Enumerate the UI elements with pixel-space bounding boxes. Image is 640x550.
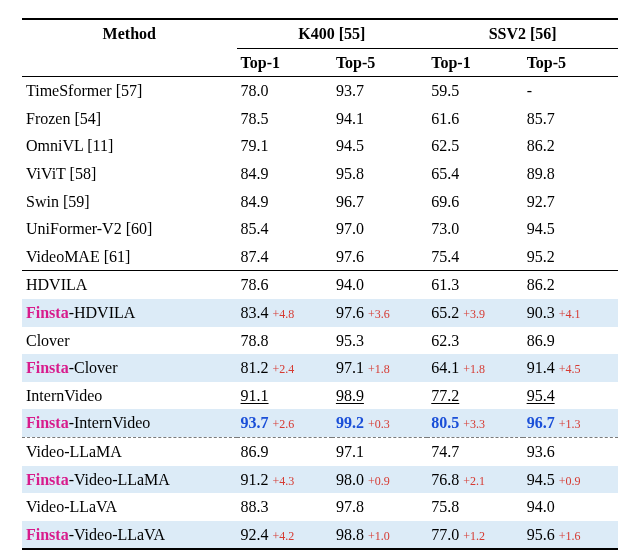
method-cell: Finsta-Video-LLaVA	[22, 521, 237, 550]
value-cell: 97.6	[332, 243, 427, 271]
value: 97.1	[336, 443, 364, 460]
finsta-label: Finsta	[26, 414, 69, 431]
value-cell: 85.4	[237, 215, 332, 243]
value: 62.5	[431, 137, 459, 154]
method-cell: Finsta-HDVILA	[22, 299, 237, 327]
value-cell: 93.6	[523, 437, 618, 465]
value: 95.8	[336, 165, 364, 182]
value-cell: 94.1	[332, 105, 427, 133]
delta: +2.1	[459, 474, 485, 488]
value: 85.4	[241, 220, 269, 237]
method-cell: Frozen [54]	[22, 105, 237, 133]
value-cell: 90.3+4.1	[523, 299, 618, 327]
value-cell: 91.4+4.5	[523, 354, 618, 382]
value: 92.4	[241, 526, 269, 543]
value-cell: 89.8	[523, 160, 618, 188]
value: 59.5	[431, 82, 459, 99]
value-cell: 95.6+1.6	[523, 521, 618, 550]
finsta-label: Finsta	[26, 359, 69, 376]
method-cell: TimeSformer [57]	[22, 77, 237, 105]
value: 93.7	[241, 414, 269, 431]
table-row: Swin [59]84.996.769.692.7	[22, 188, 618, 216]
table-row: UniFormer-V2 [60]85.497.073.094.5	[22, 215, 618, 243]
value: 84.9	[241, 193, 269, 210]
value-cell: 73.0	[427, 215, 522, 243]
value: 78.8	[241, 332, 269, 349]
value-cell: 86.2	[523, 132, 618, 160]
value-cell: 93.7+2.6	[237, 409, 332, 437]
value: 86.9	[241, 443, 269, 460]
value-cell: 88.3	[237, 493, 332, 521]
value: 78.0	[241, 82, 269, 99]
value-cell: 91.2+4.3	[237, 466, 332, 494]
value-cell: 78.8	[237, 327, 332, 355]
value-cell: 77.0+1.2	[427, 521, 522, 550]
value-cell: 86.9	[237, 437, 332, 465]
method-cell: Swin [59]	[22, 188, 237, 216]
delta: +3.6	[364, 307, 390, 321]
delta: +3.3	[459, 417, 485, 431]
method-cell: InternVideo	[22, 382, 237, 410]
value-cell: 94.0	[523, 493, 618, 521]
delta: +0.9	[555, 474, 581, 488]
value-cell: 95.8	[332, 160, 427, 188]
value-cell: 95.3	[332, 327, 427, 355]
delta: +1.6	[555, 529, 581, 543]
value: 87.4	[241, 248, 269, 265]
value: 91.1	[241, 387, 269, 404]
value-cell: 65.2+3.9	[427, 299, 522, 327]
value-cell: 97.8	[332, 493, 427, 521]
value: 94.1	[336, 110, 364, 127]
value-cell: 62.3	[427, 327, 522, 355]
value: -	[527, 82, 532, 99]
value: 75.4	[431, 248, 459, 265]
value: 94.0	[336, 276, 364, 293]
value-cell: 96.7+1.3	[523, 409, 618, 437]
delta: +1.3	[555, 417, 581, 431]
method-cell: Finsta-Clover	[22, 354, 237, 382]
value-cell: 93.7	[332, 77, 427, 105]
table-row: InternVideo91.198.977.295.4	[22, 382, 618, 410]
value-cell: 98.8+1.0	[332, 521, 427, 550]
table-row: Video-LLaMA86.997.174.793.6	[22, 437, 618, 465]
value-cell: 75.8	[427, 493, 522, 521]
value: 93.6	[527, 443, 555, 460]
table-row: TimeSformer [57]78.093.759.5-	[22, 77, 618, 105]
delta: +0.3	[364, 417, 390, 431]
value: 77.2	[431, 387, 459, 404]
value: 95.2	[527, 248, 555, 265]
value-cell: 77.2	[427, 382, 522, 410]
value: 99.2	[336, 414, 364, 431]
method-cell: Finsta-InternVideo	[22, 409, 237, 437]
value-cell: 79.1	[237, 132, 332, 160]
method-cell: OmniVL [11]	[22, 132, 237, 160]
value: 79.1	[241, 137, 269, 154]
value: 96.7	[527, 414, 555, 431]
table-row: VideoMAE [61]87.497.675.495.2	[22, 243, 618, 271]
delta: +3.9	[459, 307, 485, 321]
finsta-label: Finsta	[26, 471, 69, 488]
value-cell: 92.7	[523, 188, 618, 216]
value: 98.9	[336, 387, 364, 404]
value: 95.6	[527, 526, 555, 543]
value-cell: 94.5+0.9	[523, 466, 618, 494]
delta: +4.1	[555, 307, 581, 321]
delta: +4.5	[555, 362, 581, 376]
value: 94.5	[527, 471, 555, 488]
value: 86.2	[527, 137, 555, 154]
delta: +0.9	[364, 474, 390, 488]
value-cell: -	[523, 77, 618, 105]
value-cell: 99.2+0.3	[332, 409, 427, 437]
value-cell: 91.1	[237, 382, 332, 410]
delta: +4.3	[269, 474, 295, 488]
value: 94.5	[527, 220, 555, 237]
delta: +1.8	[459, 362, 485, 376]
table-row: Finsta-Video-LLaVA92.4+4.298.8+1.077.0+1…	[22, 521, 618, 550]
value-cell: 76.8+2.1	[427, 466, 522, 494]
table-header-row-1: Method K400 [55] SSV2 [56]	[22, 19, 618, 48]
delta: +2.6	[269, 417, 295, 431]
value-cell: 81.2+2.4	[237, 354, 332, 382]
value-cell: 97.1+1.8	[332, 354, 427, 382]
method-cell: Video-LLaMA	[22, 437, 237, 465]
value: 86.2	[527, 276, 555, 293]
